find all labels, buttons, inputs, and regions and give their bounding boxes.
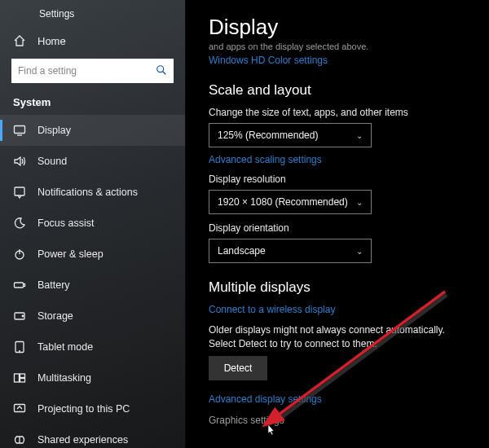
svg-rect-7	[15, 283, 24, 288]
projecting-icon	[13, 402, 26, 415]
sidebar: Settings Home System Display	[0, 0, 186, 448]
svg-rect-16	[15, 405, 25, 412]
chevron-down-icon: ⌄	[356, 198, 363, 207]
main-panel: Display and apps on the display selected…	[186, 0, 489, 448]
sidebar-item-label: Shared experiences	[37, 434, 128, 446]
svg-point-10	[22, 315, 24, 317]
page-title: Display	[209, 15, 469, 40]
svg-rect-15	[20, 379, 25, 383]
category-header: System	[0, 91, 185, 115]
tablet-icon	[13, 340, 26, 354]
sidebar-item-notifications[interactable]: Notifications & actions	[0, 177, 185, 208]
link-hd-color[interactable]: Windows HD Color settings	[209, 55, 469, 66]
multitasking-icon	[13, 371, 26, 384]
link-graphics-settings[interactable]: Graphics settings	[209, 415, 469, 426]
sidebar-item-battery[interactable]: Battery	[0, 270, 185, 301]
sidebar-item-label: Focus assist	[37, 217, 94, 229]
select-resolution[interactable]: 1920 × 1080 (Recommended) ⌄	[209, 190, 372, 214]
chevron-down-icon: ⌄	[356, 131, 363, 140]
battery-icon	[13, 279, 26, 292]
home-label: Home	[37, 35, 66, 47]
sidebar-item-display[interactable]: Display	[0, 115, 185, 146]
search-icon	[156, 64, 167, 78]
heading-scale-layout: Scale and layout	[209, 82, 469, 99]
label-text-size: Change the size of text, apps, and other…	[209, 107, 469, 118]
svg-rect-4	[15, 187, 24, 195]
home-button[interactable]: Home	[0, 28, 185, 54]
heading-multiple-displays: Multiple displays	[209, 279, 469, 296]
cursor-icon	[264, 424, 275, 438]
moon-icon	[13, 217, 26, 230]
link-advanced-scaling[interactable]: Advanced scaling settings	[209, 154, 469, 165]
settings-window: Settings Home System Display	[0, 0, 489, 448]
sidebar-item-label: Projecting to this PC	[37, 403, 130, 415]
partial-text: and apps on the display selected above.	[209, 42, 469, 51]
display-icon	[13, 124, 26, 137]
sidebar-item-label: Display	[37, 125, 71, 136]
select-value: Landscape	[218, 245, 266, 257]
sidebar-item-label: Tablet mode	[37, 341, 93, 353]
detect-button[interactable]: Detect	[209, 356, 267, 380]
label-resolution: Display resolution	[209, 173, 469, 185]
select-orientation[interactable]: Landscape ⌄	[209, 239, 372, 263]
storage-icon	[13, 310, 26, 323]
search-input[interactable]	[18, 65, 156, 77]
chevron-down-icon: ⌄	[356, 247, 363, 256]
home-icon	[13, 34, 26, 47]
select-text-size[interactable]: 125% (Recommended) ⌄	[209, 123, 372, 147]
sidebar-item-label: Storage	[37, 310, 73, 322]
search-box[interactable]	[11, 59, 174, 83]
svg-rect-13	[15, 374, 20, 382]
select-value: 125% (Recommended)	[218, 130, 318, 141]
svg-rect-14	[20, 374, 25, 378]
sidebar-item-shared-experiences[interactable]: Shared experiences	[0, 424, 185, 448]
sidebar-item-tablet-mode[interactable]: Tablet mode	[0, 332, 185, 362]
sidebar-item-multitasking[interactable]: Multitasking	[0, 362, 185, 393]
window-title: Settings	[0, 5, 185, 28]
text-older-displays: Older displays might not always connect …	[209, 323, 469, 351]
search-wrap	[0, 54, 185, 91]
svg-point-0	[157, 65, 164, 72]
svg-rect-8	[24, 284, 25, 287]
label-orientation: Display orientation	[209, 222, 469, 234]
sidebar-item-projecting[interactable]: Projecting to this PC	[0, 393, 185, 424]
sound-icon	[13, 155, 26, 168]
svg-rect-2	[15, 126, 25, 134]
link-advanced-display[interactable]: Advanced display settings	[209, 393, 469, 405]
link-wireless-display[interactable]: Connect to a wireless display	[209, 304, 469, 315]
shared-icon	[13, 433, 26, 446]
sidebar-item-label: Notifications & actions	[37, 187, 138, 198]
sidebar-item-focus-assist[interactable]: Focus assist	[0, 208, 185, 239]
sidebar-nav: Display Sound Notifications & actions Fo…	[0, 115, 185, 448]
select-value: 1920 × 1080 (Recommended)	[218, 196, 348, 208]
power-icon	[13, 248, 26, 261]
sidebar-item-label: Multitasking	[37, 372, 91, 384]
sidebar-item-sound[interactable]: Sound	[0, 146, 185, 177]
sidebar-item-storage[interactable]: Storage	[0, 301, 185, 332]
svg-line-1	[163, 71, 166, 74]
sidebar-item-power-sleep[interactable]: Power & sleep	[0, 239, 185, 270]
sidebar-item-label: Battery	[37, 279, 70, 291]
sidebar-item-label: Power & sleep	[37, 248, 104, 260]
sidebar-item-label: Sound	[37, 156, 67, 167]
notifications-icon	[13, 186, 26, 199]
